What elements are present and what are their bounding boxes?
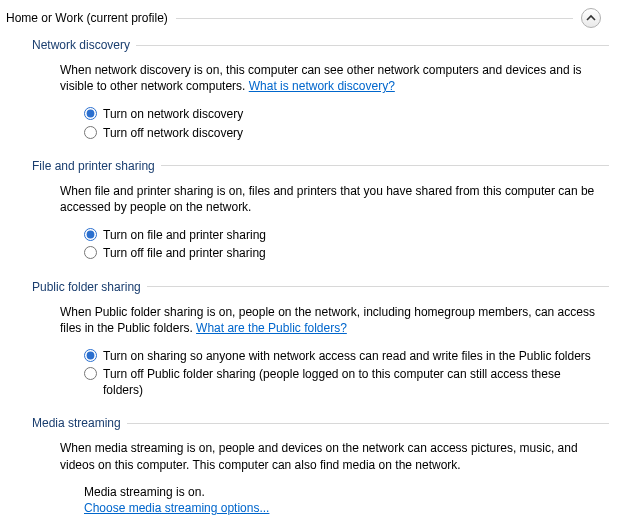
media-status-text: Media streaming is on.: [84, 485, 597, 499]
radio-input[interactable]: [84, 367, 97, 380]
radio-label[interactable]: Turn on file and printer sharing: [103, 227, 266, 243]
radio-option-on[interactable]: Turn on network discovery: [84, 106, 597, 122]
section-description: When file and printer sharing is on, fil…: [60, 183, 597, 215]
section-header: Media streaming: [32, 416, 609, 430]
media-status-block: Media streaming is on. Choose media stre…: [84, 485, 597, 515]
radio-input[interactable]: [84, 246, 97, 259]
section-body: When media streaming is on, people and d…: [60, 440, 597, 514]
divider: [127, 423, 609, 424]
radio-label[interactable]: Turn on sharing so anyone with network a…: [103, 348, 591, 364]
divider: [176, 18, 573, 19]
section-description: When Public folder sharing is on, people…: [60, 304, 597, 336]
divider: [161, 165, 609, 166]
section-title: File and printer sharing: [32, 159, 161, 173]
radio-label[interactable]: Turn off Public folder sharing (people l…: [103, 366, 597, 398]
collapse-button[interactable]: [581, 8, 601, 28]
radio-input[interactable]: [84, 349, 97, 362]
section-body: When network discovery is on, this compu…: [60, 62, 597, 141]
divider: [147, 286, 609, 287]
section-header: Public folder sharing: [32, 280, 609, 294]
section-body: When Public folder sharing is on, people…: [60, 304, 597, 399]
section-body: When file and printer sharing is on, fil…: [60, 183, 597, 262]
section-description: When network discovery is on, this compu…: [60, 62, 597, 94]
section-header: Network discovery: [32, 38, 609, 52]
section-public-folder-sharing: Public folder sharing When Public folder…: [32, 280, 609, 399]
radio-option-off[interactable]: Turn off Public folder sharing (people l…: [84, 366, 597, 398]
radio-option-off[interactable]: Turn off network discovery: [84, 125, 597, 141]
radio-label[interactable]: Turn off network discovery: [103, 125, 243, 141]
section-description: When media streaming is on, people and d…: [60, 440, 597, 472]
radio-group: Turn on sharing so anyone with network a…: [84, 348, 597, 399]
what-are-public-folders-link[interactable]: What are the Public folders?: [196, 321, 347, 335]
section-media-streaming: Media streaming When media streaming is …: [32, 416, 609, 514]
section-title: Media streaming: [32, 416, 127, 430]
radio-input[interactable]: [84, 228, 97, 241]
profile-title: Home or Work (current profile): [4, 11, 168, 25]
chevron-up-icon: [586, 13, 596, 23]
section-title: Public folder sharing: [32, 280, 147, 294]
radio-label[interactable]: Turn on network discovery: [103, 106, 243, 122]
profile-header: Home or Work (current profile): [4, 8, 609, 28]
what-is-network-discovery-link[interactable]: What is network discovery?: [249, 79, 395, 93]
divider: [136, 45, 609, 46]
choose-media-streaming-options-link[interactable]: Choose media streaming options...: [84, 501, 269, 515]
radio-input[interactable]: [84, 107, 97, 120]
section-file-printer-sharing: File and printer sharing When file and p…: [32, 159, 609, 262]
section-network-discovery: Network discovery When network discovery…: [32, 38, 609, 141]
radio-group: Turn on network discovery Turn off netwo…: [84, 106, 597, 140]
section-header: File and printer sharing: [32, 159, 609, 173]
radio-option-on[interactable]: Turn on sharing so anyone with network a…: [84, 348, 597, 364]
section-title: Network discovery: [32, 38, 136, 52]
radio-option-on[interactable]: Turn on file and printer sharing: [84, 227, 597, 243]
radio-input[interactable]: [84, 126, 97, 139]
radio-option-off[interactable]: Turn off file and printer sharing: [84, 245, 597, 261]
radio-group: Turn on file and printer sharing Turn of…: [84, 227, 597, 261]
radio-label[interactable]: Turn off file and printer sharing: [103, 245, 266, 261]
